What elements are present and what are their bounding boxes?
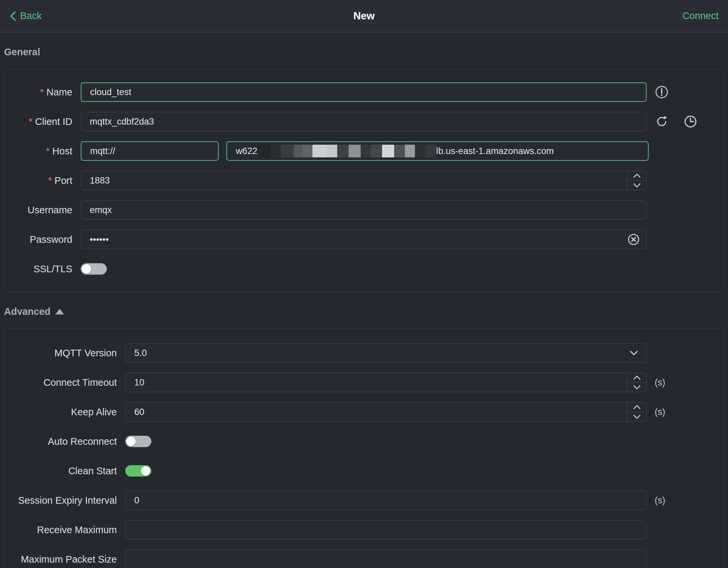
username-row: Username	[4, 195, 724, 225]
port-spinner	[627, 171, 646, 190]
mqtt-version-row: MQTT Version	[4, 338, 724, 368]
redacted-host-segment	[260, 145, 436, 157]
username-input[interactable]	[81, 201, 646, 219]
toggle-knob	[141, 466, 150, 476]
password-input-wrap	[81, 230, 647, 249]
spinner-down-icon[interactable]	[627, 383, 646, 392]
name-input[interactable]	[81, 83, 646, 101]
chevron-down-icon	[217, 148, 219, 154]
session-expiry-input-wrap	[125, 491, 647, 510]
back-label: Back	[20, 10, 42, 21]
receive-maximum-label: Receive Maximum	[4, 524, 117, 536]
mqtt-version-select[interactable]	[125, 343, 647, 363]
required-asterisk: *	[48, 175, 52, 186]
advanced-section-header[interactable]: Advanced	[4, 306, 724, 317]
spinner-up-icon[interactable]	[627, 373, 646, 383]
back-button[interactable]: Back	[9, 10, 42, 21]
host-value-suffix: lb.us-east-1.amazonaws.com	[436, 146, 561, 156]
password-label: Password	[4, 234, 72, 245]
ssl-row: SSL/TLS	[4, 254, 724, 284]
max-packet-size-label: Maximum Packet Size	[4, 554, 117, 565]
session-expiry-row: Session Expiry Interval (s)	[4, 486, 724, 515]
session-expiry-label: Session Expiry Interval	[4, 495, 117, 506]
chevron-left-icon	[9, 11, 17, 21]
connect-timeout-label: Connect Timeout	[4, 377, 117, 388]
name-label: *Name	[4, 87, 72, 98]
host-value-prefix: w622	[227, 146, 259, 156]
password-row: Password	[4, 225, 724, 254]
required-asterisk: *	[29, 116, 32, 127]
advanced-section-title: Advanced	[4, 306, 51, 317]
advanced-panel: MQTT Version Connect Timeout	[4, 329, 724, 568]
auto-reconnect-row: Auto Reconnect	[4, 427, 724, 456]
keep-alive-input-wrap	[125, 402, 647, 422]
max-packet-size-input[interactable]	[126, 550, 646, 568]
host-row: *Host w622 lb.us-east-1.amazonaws.com	[4, 136, 724, 166]
host-protocol-value	[81, 142, 217, 160]
username-label: Username	[4, 205, 72, 216]
required-asterisk: *	[40, 87, 44, 97]
password-input[interactable]	[81, 230, 627, 249]
clean-start-label: Clean Start	[4, 466, 117, 477]
ssl-toggle[interactable]	[81, 263, 107, 275]
host-input-wrap[interactable]: w622 lb.us-east-1.amazonaws.com	[226, 141, 649, 161]
username-input-wrap	[81, 200, 647, 220]
auto-reconnect-toggle[interactable]	[125, 436, 151, 447]
receive-maximum-row: Receive Maximum	[4, 515, 724, 545]
client-id-input-wrap	[81, 112, 647, 131]
port-row: *Port	[4, 166, 724, 195]
connect-timeout-input-wrap	[125, 373, 647, 392]
toggle-knob	[126, 437, 136, 446]
general-panel: *Name *Client ID	[4, 69, 724, 292]
client-id-input[interactable]	[81, 112, 646, 131]
ssl-label: SSL/TLS	[4, 264, 72, 275]
connect-timeout-row: Connect Timeout (s)	[4, 368, 724, 397]
client-id-row: *Client ID	[4, 107, 724, 136]
max-packet-size-input-wrap	[125, 550, 647, 568]
general-section-header: General	[4, 47, 724, 58]
session-expiry-input[interactable]	[126, 491, 646, 510]
chevron-down-icon	[629, 350, 639, 356]
clear-password-icon[interactable]	[627, 233, 640, 246]
collapse-triangle-icon	[55, 309, 64, 314]
history-clock-icon[interactable]	[683, 115, 698, 129]
spinner-down-icon[interactable]	[627, 412, 646, 422]
required-asterisk: *	[46, 146, 50, 156]
warning-icon[interactable]	[655, 85, 669, 99]
name-input-wrap	[81, 82, 647, 102]
port-input-wrap	[81, 171, 647, 190]
page-title: New	[0, 10, 728, 22]
seconds-suffix: (s)	[655, 407, 665, 417]
connect-timeout-input[interactable]	[126, 373, 627, 392]
spinner-up-icon[interactable]	[627, 403, 646, 412]
host-protocol-select[interactable]	[81, 141, 219, 161]
receive-maximum-input[interactable]	[126, 520, 646, 539]
receive-maximum-input-wrap	[125, 520, 647, 540]
port-label: *Port	[4, 175, 72, 186]
host-label: *Host	[4, 146, 72, 157]
connect-button[interactable]: Connect	[682, 10, 719, 21]
clean-start-toggle[interactable]	[125, 465, 151, 477]
keep-alive-input[interactable]	[126, 403, 627, 421]
keep-alive-row: Keep Alive (s)	[4, 397, 724, 427]
mqtt-version-value	[126, 344, 629, 362]
refresh-icon[interactable]	[655, 115, 669, 129]
clean-start-row: Clean Start	[4, 456, 724, 486]
connect-timeout-spinner	[627, 373, 646, 392]
name-row: *Name	[4, 77, 724, 107]
mqtt-version-label: MQTT Version	[4, 348, 117, 359]
top-bar: Back New Connect	[0, 0, 728, 32]
client-id-label: *Client ID	[4, 116, 72, 127]
spinner-up-icon[interactable]	[627, 171, 646, 181]
max-packet-size-row: Maximum Packet Size	[4, 545, 724, 568]
seconds-suffix: (s)	[655, 495, 665, 506]
port-input[interactable]	[81, 171, 627, 190]
seconds-suffix: (s)	[655, 377, 665, 388]
spinner-down-icon[interactable]	[627, 181, 646, 190]
toggle-knob	[82, 264, 91, 274]
general-section-title: General	[4, 47, 40, 58]
keep-alive-spinner	[627, 403, 646, 421]
keep-alive-label: Keep Alive	[4, 407, 117, 418]
auto-reconnect-label: Auto Reconnect	[4, 436, 117, 447]
